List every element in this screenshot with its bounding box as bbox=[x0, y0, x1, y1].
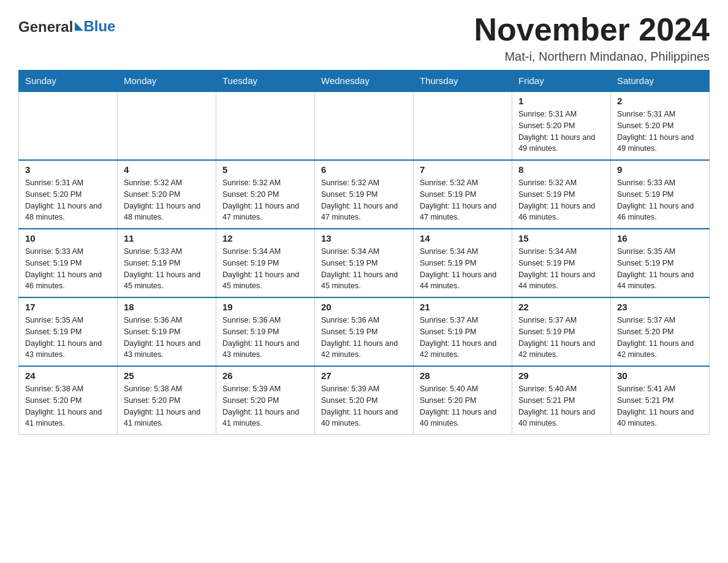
calendar-cell: 19Sunrise: 5:36 AM Sunset: 5:19 PM Dayli… bbox=[216, 297, 315, 366]
day-info: Sunrise: 5:32 AM Sunset: 5:20 PM Dayligh… bbox=[124, 177, 210, 223]
day-info: Sunrise: 5:32 AM Sunset: 5:19 PM Dayligh… bbox=[518, 177, 604, 223]
day-number: 11 bbox=[124, 233, 210, 243]
calendar-table: SundayMondayTuesdayWednesdayThursdayFrid… bbox=[18, 70, 710, 435]
calendar-cell: 8Sunrise: 5:32 AM Sunset: 5:19 PM Daylig… bbox=[512, 160, 611, 229]
day-info: Sunrise: 5:31 AM Sunset: 5:20 PM Dayligh… bbox=[25, 177, 111, 223]
day-info: Sunrise: 5:40 AM Sunset: 5:21 PM Dayligh… bbox=[518, 383, 604, 429]
month-title: November 2024 bbox=[474, 12, 710, 47]
day-number: 29 bbox=[518, 370, 604, 381]
day-number: 26 bbox=[222, 370, 308, 381]
title-block: November 2024 Mat-i, Northern Mindanao, … bbox=[474, 12, 710, 64]
day-number: 27 bbox=[321, 370, 407, 381]
day-info: Sunrise: 5:41 AM Sunset: 5:21 PM Dayligh… bbox=[617, 383, 703, 429]
weekday-header-wednesday: Wednesday bbox=[315, 71, 414, 92]
calendar-cell: 2Sunrise: 5:31 AM Sunset: 5:20 PM Daylig… bbox=[611, 91, 710, 160]
calendar-cell: 1Sunrise: 5:31 AM Sunset: 5:20 PM Daylig… bbox=[512, 91, 611, 160]
day-number: 14 bbox=[420, 233, 506, 243]
day-number: 8 bbox=[518, 164, 604, 175]
calendar-cell: 18Sunrise: 5:36 AM Sunset: 5:19 PM Dayli… bbox=[118, 297, 216, 366]
calendar-cell: 30Sunrise: 5:41 AM Sunset: 5:21 PM Dayli… bbox=[611, 366, 710, 435]
day-info: Sunrise: 5:31 AM Sunset: 5:20 PM Dayligh… bbox=[518, 109, 604, 155]
day-info: Sunrise: 5:35 AM Sunset: 5:19 PM Dayligh… bbox=[617, 246, 703, 292]
day-info: Sunrise: 5:37 AM Sunset: 5:19 PM Dayligh… bbox=[420, 315, 506, 361]
calendar-cell: 11Sunrise: 5:33 AM Sunset: 5:19 PM Dayli… bbox=[118, 229, 216, 297]
calendar-cell: 6Sunrise: 5:32 AM Sunset: 5:19 PM Daylig… bbox=[315, 160, 414, 229]
logo-blue-text: Blue bbox=[83, 18, 115, 35]
logo: General Blue bbox=[18, 18, 115, 36]
day-number: 12 bbox=[222, 233, 308, 243]
calendar-cell bbox=[414, 91, 512, 160]
day-info: Sunrise: 5:33 AM Sunset: 5:19 PM Dayligh… bbox=[617, 177, 703, 223]
calendar-cell: 25Sunrise: 5:38 AM Sunset: 5:20 PM Dayli… bbox=[118, 366, 216, 435]
calendar-cell: 17Sunrise: 5:35 AM Sunset: 5:19 PM Dayli… bbox=[19, 297, 118, 366]
day-number: 3 bbox=[25, 164, 111, 175]
day-number: 5 bbox=[222, 164, 308, 175]
day-info: Sunrise: 5:39 AM Sunset: 5:20 PM Dayligh… bbox=[321, 383, 407, 429]
day-info: Sunrise: 5:37 AM Sunset: 5:19 PM Dayligh… bbox=[518, 315, 604, 361]
calendar-cell: 27Sunrise: 5:39 AM Sunset: 5:20 PM Dayli… bbox=[315, 366, 414, 435]
calendar-cell: 13Sunrise: 5:34 AM Sunset: 5:19 PM Dayli… bbox=[315, 229, 414, 297]
weekday-header-row: SundayMondayTuesdayWednesdayThursdayFrid… bbox=[19, 71, 710, 92]
weekday-header-friday: Friday bbox=[512, 71, 611, 92]
week-row-5: 24Sunrise: 5:38 AM Sunset: 5:20 PM Dayli… bbox=[19, 366, 710, 435]
day-number: 23 bbox=[617, 302, 703, 312]
day-number: 7 bbox=[420, 164, 506, 175]
day-info: Sunrise: 5:35 AM Sunset: 5:19 PM Dayligh… bbox=[25, 315, 111, 361]
calendar-cell: 7Sunrise: 5:32 AM Sunset: 5:19 PM Daylig… bbox=[414, 160, 512, 229]
day-number: 6 bbox=[321, 164, 407, 175]
logo-general-text: General bbox=[18, 18, 83, 36]
weekday-header-monday: Monday bbox=[118, 71, 216, 92]
page-header: General Blue November 2024 Mat-i, Northe… bbox=[18, 12, 710, 64]
day-info: Sunrise: 5:33 AM Sunset: 5:19 PM Dayligh… bbox=[25, 246, 111, 292]
day-info: Sunrise: 5:34 AM Sunset: 5:19 PM Dayligh… bbox=[321, 246, 407, 292]
calendar-cell bbox=[118, 91, 216, 160]
day-number: 21 bbox=[420, 302, 506, 312]
calendar-cell: 26Sunrise: 5:39 AM Sunset: 5:20 PM Dayli… bbox=[216, 366, 315, 435]
day-info: Sunrise: 5:40 AM Sunset: 5:20 PM Dayligh… bbox=[420, 383, 506, 429]
day-number: 28 bbox=[420, 370, 506, 381]
weekday-header-sunday: Sunday bbox=[19, 71, 118, 92]
calendar-cell: 5Sunrise: 5:32 AM Sunset: 5:20 PM Daylig… bbox=[216, 160, 315, 229]
day-number: 30 bbox=[617, 370, 703, 381]
day-info: Sunrise: 5:31 AM Sunset: 5:20 PM Dayligh… bbox=[617, 109, 703, 155]
location-title: Mat-i, Northern Mindanao, Philippines bbox=[474, 50, 710, 64]
calendar-cell: 21Sunrise: 5:37 AM Sunset: 5:19 PM Dayli… bbox=[414, 297, 512, 366]
week-row-2: 3Sunrise: 5:31 AM Sunset: 5:20 PM Daylig… bbox=[19, 160, 710, 229]
calendar-cell: 24Sunrise: 5:38 AM Sunset: 5:20 PM Dayli… bbox=[19, 366, 118, 435]
calendar-cell: 16Sunrise: 5:35 AM Sunset: 5:19 PM Dayli… bbox=[611, 229, 710, 297]
day-info: Sunrise: 5:38 AM Sunset: 5:20 PM Dayligh… bbox=[25, 383, 111, 429]
weekday-header-tuesday: Tuesday bbox=[216, 71, 315, 92]
day-number: 10 bbox=[25, 233, 111, 243]
day-number: 15 bbox=[518, 233, 604, 243]
calendar-cell: 28Sunrise: 5:40 AM Sunset: 5:20 PM Dayli… bbox=[414, 366, 512, 435]
day-info: Sunrise: 5:33 AM Sunset: 5:19 PM Dayligh… bbox=[124, 246, 210, 292]
logo-triangle-icon bbox=[75, 22, 83, 31]
calendar-cell bbox=[216, 91, 315, 160]
calendar-cell: 9Sunrise: 5:33 AM Sunset: 5:19 PM Daylig… bbox=[611, 160, 710, 229]
day-number: 2 bbox=[617, 96, 703, 106]
day-info: Sunrise: 5:32 AM Sunset: 5:19 PM Dayligh… bbox=[420, 177, 506, 223]
day-info: Sunrise: 5:34 AM Sunset: 5:19 PM Dayligh… bbox=[518, 246, 604, 292]
day-number: 4 bbox=[124, 164, 210, 175]
day-number: 20 bbox=[321, 302, 407, 312]
day-number: 13 bbox=[321, 233, 407, 243]
calendar-cell bbox=[19, 91, 118, 160]
day-number: 19 bbox=[222, 302, 308, 312]
day-info: Sunrise: 5:32 AM Sunset: 5:20 PM Dayligh… bbox=[222, 177, 308, 223]
day-number: 1 bbox=[518, 96, 604, 106]
day-number: 24 bbox=[25, 370, 111, 381]
day-number: 18 bbox=[124, 302, 210, 312]
day-info: Sunrise: 5:38 AM Sunset: 5:20 PM Dayligh… bbox=[124, 383, 210, 429]
day-number: 25 bbox=[124, 370, 210, 381]
day-info: Sunrise: 5:36 AM Sunset: 5:19 PM Dayligh… bbox=[222, 315, 308, 361]
week-row-1: 1Sunrise: 5:31 AM Sunset: 5:20 PM Daylig… bbox=[19, 91, 710, 160]
calendar-cell: 14Sunrise: 5:34 AM Sunset: 5:19 PM Dayli… bbox=[414, 229, 512, 297]
weekday-header-saturday: Saturday bbox=[611, 71, 710, 92]
day-number: 22 bbox=[518, 302, 604, 312]
calendar-cell: 4Sunrise: 5:32 AM Sunset: 5:20 PM Daylig… bbox=[118, 160, 216, 229]
calendar-cell: 12Sunrise: 5:34 AM Sunset: 5:19 PM Dayli… bbox=[216, 229, 315, 297]
day-info: Sunrise: 5:36 AM Sunset: 5:19 PM Dayligh… bbox=[321, 315, 407, 361]
day-info: Sunrise: 5:39 AM Sunset: 5:20 PM Dayligh… bbox=[222, 383, 308, 429]
week-row-4: 17Sunrise: 5:35 AM Sunset: 5:19 PM Dayli… bbox=[19, 297, 710, 366]
day-info: Sunrise: 5:34 AM Sunset: 5:19 PM Dayligh… bbox=[222, 246, 308, 292]
